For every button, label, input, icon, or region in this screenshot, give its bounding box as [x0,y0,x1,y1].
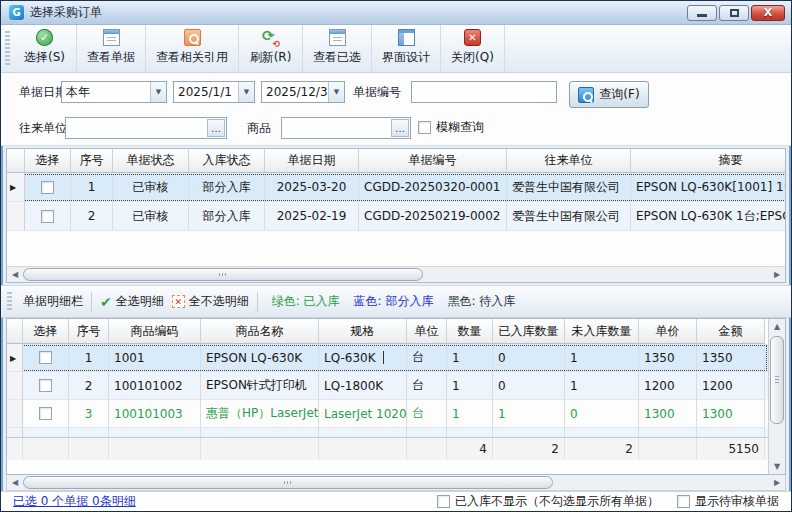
close-button[interactable]: ✓ 关闭(Q) [441,25,505,72]
deselect-all-details-button[interactable]: 全不选明细 [172,293,249,310]
total-out-qty: 2 [565,438,639,460]
column-header[interactable]: 单据编号 [359,149,507,173]
selection-summary-link[interactable]: 已选 0 个单据 0条明细 [13,493,136,510]
table-row[interactable]: 2 已审核 部分入库 2025-02-19 CGDD-20250219-0002… [7,202,785,231]
date-to-select[interactable]: 2025/12/31▼ [261,81,345,103]
check-icon: ✔ [100,294,112,310]
layout-icon: ✓ [398,29,415,46]
column-header[interactable]: 商品编码 [109,319,201,344]
ui-design-button[interactable]: ✓ 界面设计 [372,25,441,72]
window-title: 选择采购订单 [30,4,102,21]
fuzzy-search-label: 模糊查询 [436,119,484,136]
column-header[interactable]: 入库状态 [189,149,265,173]
summary-row: 4 2 2 5150 [7,437,768,460]
current-row-indicator [7,202,25,231]
product-input[interactable]: … [281,117,411,139]
vendor-browse-button[interactable]: … [207,119,225,137]
app-logo-icon: G [9,5,24,20]
date-preset-select[interactable]: 本年▼ [61,81,167,103]
document-check-icon: ✓ [329,29,346,46]
table-row[interactable]: 1 1001 EPSON LQ-630K LQ-630K 台 1 0 1 135… [7,344,768,372]
detail-horizontal-scrollbar[interactable]: ◀ ▶ [6,475,786,491]
close-red-icon: ✓ [464,29,481,46]
scroll-down-icon[interactable]: ▼ [769,459,785,474]
scroll-right-icon[interactable]: ▶ [769,267,785,282]
doc-no-input[interactable] [411,81,557,103]
clipped-row: ▂▂▂▂▂▂▂▂ [7,428,768,437]
scroll-right-icon[interactable]: ▶ [769,475,785,490]
refresh-button[interactable]: ✓ 刷新(R) [239,25,303,72]
title-bar[interactable]: G 选择采购订单 X [1,1,791,25]
show-unaudited-checkbox[interactable] [677,495,690,508]
hide-stocked-label: 已入库不显示（不勾选显示所有单据） [455,493,659,510]
total-qty: 4 [447,438,493,460]
toolbar-buttons: ✓ 选择(S) ✓ 查看单据 ✓ 查看相关引用 ✓ 刷新(R) [13,25,505,72]
current-row-indicator [7,173,25,202]
view-references-button[interactable]: ✓ 查看相关引用 [146,25,239,72]
close-window-button[interactable]: X [751,5,785,21]
product-browse-button[interactable]: … [391,119,409,137]
view-document-button[interactable]: ✓ 查看单据 [77,25,146,72]
column-header[interactable]: 选择 [25,149,71,173]
column-header[interactable]: 往来单位 [507,149,631,173]
column-header[interactable]: 商品名称 [201,319,319,344]
column-header[interactable]: 选择 [23,319,69,344]
date-from-select[interactable]: 2025/1/1▼ [173,81,255,103]
detail-rows: 1 1001 EPSON LQ-630K LQ-630K 台 1 0 1 135… [7,344,768,428]
current-row-indicator [7,400,23,428]
column-header[interactable]: 已入库数量 [493,319,565,344]
table-row[interactable]: 2 100101002 EPSON针式打印机 LQ-1800K 台 1 0 1 … [7,372,768,400]
column-header[interactable]: 单据状态 [113,149,189,173]
row-select-checkbox[interactable] [39,379,52,392]
refresh-icon: ✓ [262,29,279,46]
detail-vertical-scrollbar[interactable]: ▲ ▼ [768,319,785,474]
column-header[interactable]: 金额 [697,319,765,344]
status-color-legend: 绿色: 已入库 蓝色: 部分入库 黑色: 待入库 [272,293,516,310]
view-selected-button[interactable]: ✓ 查看已选 [303,25,372,72]
toolbar-grip[interactable] [5,31,10,66]
minimize-button[interactable] [687,5,717,21]
orders-horizontal-scrollbar[interactable]: ◀ ▶ [7,266,785,282]
maximize-button[interactable] [719,5,749,21]
search-orange-icon: ✓ [184,29,201,46]
column-header[interactable]: 数量 [447,319,493,344]
column-header[interactable]: 单据日期 [265,149,359,173]
legend-item: 蓝色: 部分入库 [354,293,434,310]
chevron-down-icon[interactable]: ▼ [150,82,166,102]
scroll-left-icon[interactable]: ◀ [7,475,23,490]
fuzzy-search-checkbox[interactable] [418,121,431,134]
chevron-down-icon[interactable]: ▼ [238,82,254,102]
doc-date-label: 单据日期 [19,81,67,103]
table-row[interactable]: 1 已审核 部分入库 2025-03-20 CGDD-20250320-0001… [7,173,785,202]
chevron-down-icon[interactable]: ▼ [328,82,344,102]
scroll-up-icon[interactable]: ▲ [769,319,785,334]
query-button[interactable]: 查询(F) [569,81,649,108]
row-select-checkbox[interactable] [39,351,52,364]
row-select-checkbox[interactable] [41,181,54,194]
column-header[interactable]: 单价 [639,319,697,344]
row-select-checkbox[interactable] [39,407,52,420]
orders-rows: 1 已审核 部分入库 2025-03-20 CGDD-20250320-0001… [7,173,785,231]
scroll-left-icon[interactable]: ◀ [7,267,23,282]
orders-header-row: 选择 序号 单据状态 入库状态 单据日期 单据编号 往来单位 摘要 [7,149,785,173]
table-row[interactable]: 3 100101003 惠普（HP）LaserJet LaserJet 1020… [7,400,768,428]
column-header[interactable]: 摘要 [631,149,785,173]
detail-toolbar-grip[interactable] [7,292,12,312]
status-bar: 已选 0 个单据 0条明细 已入库不显示（不勾选显示所有单据） 显示待审核单据 [1,491,791,511]
column-header[interactable]: 序号 [71,149,113,173]
column-header[interactable]: 未入库数量 [565,319,639,344]
show-unaudited-label: 显示待审核单据 [695,493,779,510]
legend-item: 绿色: 已入库 [272,293,340,310]
column-header[interactable]: 规格 [319,319,407,344]
current-row-indicator [7,372,23,400]
column-header[interactable]: 单位 [407,319,447,344]
vendor-input[interactable]: … [65,117,227,139]
select-button[interactable]: ✓ 选择(S) [13,25,77,72]
search-icon [578,87,594,103]
row-select-checkbox[interactable] [41,210,54,223]
column-header[interactable]: 序号 [69,319,109,344]
main-toolbar: ✓ 选择(S) ✓ 查看单据 ✓ 查看相关引用 ✓ 刷新(R) [1,25,791,73]
detail-toolbar: 单据明细栏 ✔ 全选明细 全不选明细 绿色: 已入库 蓝色: 部分入库 黑色: … [1,285,791,318]
hide-stocked-checkbox[interactable] [437,495,450,508]
select-all-details-button[interactable]: ✔ 全选明细 [100,293,164,310]
